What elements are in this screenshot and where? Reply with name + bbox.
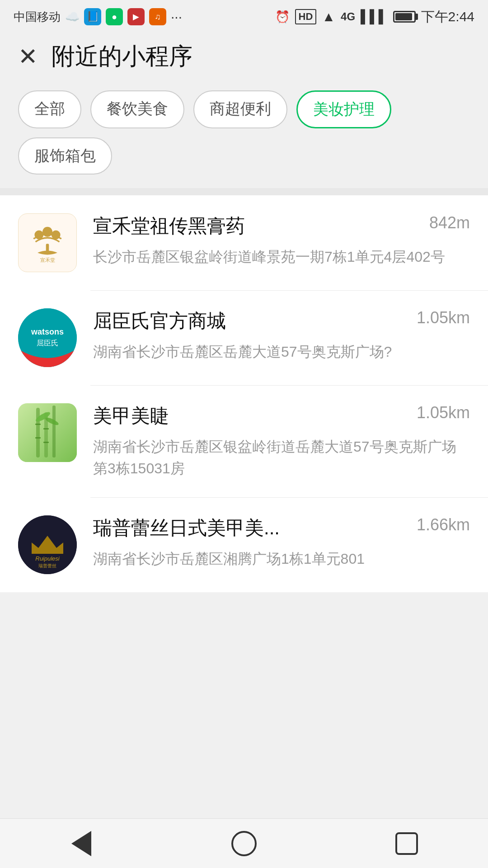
- battery-icon: [393, 11, 416, 23]
- bottom-spacer: [0, 592, 488, 646]
- item-name: 美甲美睫: [93, 403, 408, 429]
- signal-label: 4G: [341, 10, 355, 23]
- app-icon-3: ▶: [127, 8, 145, 25]
- item-content: 瑞普蕾丝日式美甲美... 1.66km 湖南省长沙市岳麓区湘腾广场1栋1单元80…: [93, 515, 470, 570]
- status-left: 中国移动 ☁️ 📘 ● ▶ ♫ ···: [14, 8, 182, 25]
- item-distance: 1.66km: [417, 515, 470, 534]
- list-item[interactable]: Ruipulesi 瑞普蕾丝 瑞普蕾丝日式美甲美... 1.66km 湖南省长沙…: [0, 497, 488, 592]
- alarm-icon: ⏰: [275, 10, 290, 24]
- svg-text:瑞普蕾丝: 瑞普蕾丝: [38, 563, 56, 568]
- section-divider: [0, 188, 488, 195]
- svg-rect-11: [52, 406, 56, 458]
- list-item[interactable]: 美甲美睫 1.05km 湖南省长沙市岳麓区银盆岭街道岳麓大道57号奥克斯广场第3…: [0, 385, 488, 497]
- item-content: 宣禾堂祖传黑膏药 842m 长沙市岳麓区银盆岭街道峰景苑一期7栋1单元4层402…: [93, 213, 470, 268]
- svg-text:Ruipulesi: Ruipulesi: [35, 555, 60, 562]
- item-address: 湖南省长沙市岳麓区湘腾广场1栋1单元801: [93, 548, 470, 570]
- svg-rect-14: [43, 428, 49, 429]
- nav-back-button[interactable]: [63, 826, 99, 862]
- item-distance: 1.05km: [417, 308, 470, 327]
- app-icon-1: 📘: [84, 8, 101, 25]
- item-name: 屈臣氏官方商城: [93, 308, 408, 334]
- svg-rect-12: [35, 424, 41, 425]
- list-item[interactable]: 宣禾堂 宣禾堂祖传黑膏药 842m 长沙市岳麓区银盆岭街道峰景苑一期7栋1单元4…: [0, 195, 488, 290]
- nav-recent-button[interactable]: [389, 826, 425, 862]
- hd-badge: HD: [295, 9, 317, 24]
- close-button[interactable]: ✕: [18, 45, 38, 68]
- item-distance: 1.05km: [417, 403, 470, 422]
- svg-rect-13: [35, 437, 41, 439]
- app-icon-4: ♫: [149, 8, 166, 25]
- status-bar: 中国移动 ☁️ 📘 ● ▶ ♫ ··· ⏰ HD ▲ 4G ▌▌▌ 下午2:44: [0, 0, 488, 32]
- item-distance: 842m: [429, 213, 470, 232]
- item-logo-xuanhutang: 宣禾堂: [18, 213, 77, 272]
- svg-text:屈臣氏: 屈臣氏: [37, 339, 58, 347]
- filter-tag-beauty[interactable]: 美妆护理: [296, 90, 391, 128]
- back-icon: [71, 831, 91, 856]
- wifi-icon: ▲: [322, 9, 335, 24]
- page-title: 附近的小程序: [52, 41, 192, 72]
- list-item[interactable]: watsons 屈臣氏 屈臣氏官方商城 1.05km 湖南省长沙市岳麓区岳麓大道…: [0, 290, 488, 385]
- item-logo-watsons: watsons 屈臣氏: [18, 308, 77, 367]
- svg-rect-15: [43, 442, 49, 443]
- item-address: 湖南省长沙市岳麓区岳麓大道57号奥克斯广场?: [93, 341, 470, 363]
- nav-home-button[interactable]: [226, 826, 262, 862]
- item-name: 瑞普蕾丝日式美甲美...: [93, 515, 408, 541]
- bottom-nav: [0, 818, 488, 868]
- filter-tag-all[interactable]: 全部: [18, 90, 81, 128]
- item-address: 湖南省长沙市岳麓区银盆岭街道岳麓大道57号奥克斯广场第3栋15031房: [93, 436, 470, 479]
- item-logo-ruipulisi: Ruipulesi 瑞普蕾丝: [18, 515, 77, 574]
- more-icon: ···: [171, 9, 182, 24]
- page-header: ✕ 附近的小程序: [0, 32, 488, 86]
- item-logo-meijia: [18, 403, 77, 462]
- content-list: 宣禾堂 宣禾堂祖传黑膏药 842m 长沙市岳麓区银盆岭街道峰景苑一期7栋1单元4…: [0, 195, 488, 592]
- svg-text:宣禾堂: 宣禾堂: [40, 257, 55, 263]
- svg-rect-9: [36, 408, 40, 458]
- item-content: 屈臣氏官方商城 1.05km 湖南省长沙市岳麓区岳麓大道57号奥克斯广场?: [93, 308, 470, 363]
- signal-bars: ▌▌▌: [361, 9, 388, 24]
- filter-tag-food[interactable]: 餐饮美食: [90, 90, 184, 128]
- item-address: 长沙市岳麓区银盆岭街道峰景苑一期7栋1单元4层402号: [93, 246, 470, 268]
- status-right: ⏰ HD ▲ 4G ▌▌▌ 下午2:44: [275, 8, 474, 26]
- carrier-label: 中国移动: [14, 9, 61, 25]
- item-name: 宣禾堂祖传黑膏药: [93, 213, 420, 239]
- filter-section: 全部 餐饮美食 商超便利 美妆护理 服饰箱包: [0, 86, 488, 188]
- filter-tag-supermarket[interactable]: 商超便利: [193, 90, 287, 128]
- time-label: 下午2:44: [421, 8, 474, 26]
- weather-icon: ☁️: [65, 10, 80, 24]
- filter-tag-fashion[interactable]: 服饰箱包: [18, 137, 112, 175]
- svg-text:watsons: watsons: [31, 327, 64, 336]
- item-content: 美甲美睫 1.05km 湖南省长沙市岳麓区银盆岭街道岳麓大道57号奥克斯广场第3…: [93, 403, 470, 479]
- home-icon: [231, 831, 257, 856]
- app-icon-2: ●: [106, 8, 123, 25]
- recent-icon: [395, 832, 418, 855]
